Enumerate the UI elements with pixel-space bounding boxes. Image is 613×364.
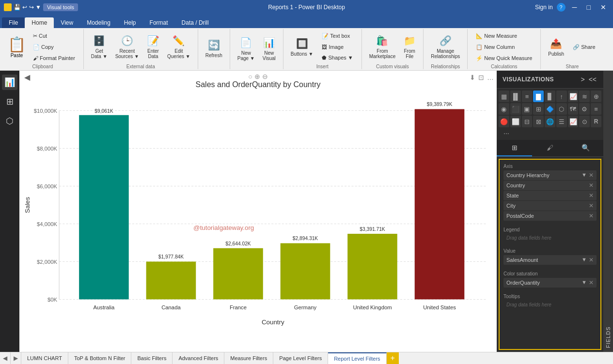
- model-nav-icon[interactable]: ⬡: [2, 113, 17, 129]
- vis-map[interactable]: 🗺: [568, 103, 579, 115]
- chart-fullscreen-icon[interactable]: ⊡: [478, 74, 484, 81]
- vis-r[interactable]: R: [591, 116, 601, 127]
- tab-report-level-filters[interactable]: Report Level Filters: [328, 352, 386, 364]
- shapes-btn[interactable]: ⬟ Shapes ▼: [317, 53, 357, 63]
- country-hierarchy-dropdown[interactable]: ▼: [582, 172, 587, 179]
- vis-pie[interactable]: ⊞: [533, 103, 544, 115]
- manage-relationships-btn[interactable]: 🔗 ManageRelationships: [427, 30, 463, 64]
- country-remove[interactable]: ✕: [589, 182, 594, 189]
- vis-matrix[interactable]: ☰: [556, 116, 567, 127]
- chart-zoom-in[interactable]: ⊕: [254, 73, 260, 80]
- from-file-btn[interactable]: 📁 FromFile: [400, 30, 419, 64]
- tab-prev-btn[interactable]: ◀: [0, 352, 11, 364]
- tab-format[interactable]: Format: [143, 17, 175, 28]
- maximize-btn[interactable]: □: [584, 2, 594, 12]
- vis-filled-map[interactable]: ⚙: [579, 103, 590, 115]
- signin-link[interactable]: Sign in: [535, 4, 553, 11]
- vis-funnel[interactable]: ≡: [591, 103, 601, 115]
- report-nav-icon[interactable]: 📊: [2, 75, 17, 90]
- vis-slicer[interactable]: ⊠: [533, 116, 544, 127]
- state-remove[interactable]: ✕: [589, 192, 594, 199]
- tab-next-btn[interactable]: ▶: [11, 352, 21, 364]
- vis-area-chart[interactable]: ≋: [579, 91, 590, 102]
- cut-btn[interactable]: ✂ Cut: [29, 31, 79, 41]
- tab-measure-filters[interactable]: Measure Filters: [224, 352, 273, 364]
- sales-amount-dropdown[interactable]: ▼: [582, 257, 587, 263]
- data-nav-icon[interactable]: ⊞: [2, 94, 17, 109]
- share-btn[interactable]: 🔗 Share: [568, 42, 599, 52]
- bar-canada[interactable]: [146, 261, 196, 299]
- country-hierarchy-remove[interactable]: ✕: [589, 172, 594, 179]
- add-tab-btn[interactable]: +: [387, 352, 399, 364]
- order-quantity-remove[interactable]: ✕: [589, 279, 594, 286]
- bar-us[interactable]: [415, 109, 465, 299]
- vis-line-col[interactable]: ⊕: [591, 91, 601, 102]
- bar-france[interactable]: [213, 248, 263, 300]
- tab-basic-filters[interactable]: Basic Filters: [131, 352, 173, 364]
- visual-tools-tab[interactable]: Visual tools: [43, 3, 78, 11]
- format-tab[interactable]: 🖌: [532, 140, 567, 156]
- chart-expand-icon[interactable]: ⬇: [470, 74, 475, 81]
- chart-back-btn[interactable]: ◀: [24, 73, 30, 82]
- panel-collapse-btn[interactable]: <<: [588, 75, 597, 84]
- tab-page-level-filters[interactable]: Page Level Filters: [273, 352, 328, 364]
- image-btn[interactable]: 🖼 Image: [317, 42, 357, 52]
- tab-top-bottom[interactable]: ToP & Bottom N Filter: [68, 352, 132, 364]
- tab-data-drill[interactable]: Data / Drill: [175, 17, 216, 28]
- vis-100-bar[interactable]: ≡: [522, 91, 533, 102]
- from-marketplace-btn[interactable]: 🛍️ FromMarketplace: [366, 30, 399, 64]
- tab-help[interactable]: Help: [117, 17, 143, 28]
- order-quantity-dropdown[interactable]: ▼: [582, 279, 587, 286]
- fields-side-label[interactable]: FIELDS: [603, 71, 613, 352]
- minimize-btn[interactable]: ─: [569, 2, 580, 12]
- city-remove[interactable]: ✕: [589, 202, 594, 209]
- vis-py[interactable]: ⊙: [579, 116, 590, 127]
- chart-nav-back[interactable]: ⊖: [262, 73, 268, 80]
- vis-stacked-col[interactable]: ▊: [545, 91, 555, 102]
- fields-tab[interactable]: ⊞: [497, 140, 532, 156]
- panel-expand-btn[interactable]: >: [580, 75, 585, 84]
- new-visual-btn[interactable]: 📊 NewVisual: [259, 32, 279, 66]
- vis-treemap[interactable]: ⬡: [556, 103, 567, 115]
- postalcode-remove[interactable]: ✕: [589, 212, 594, 219]
- buttons-btn[interactable]: 🔲 Buttons ▼: [287, 30, 317, 64]
- tab-modeling[interactable]: Modeling: [80, 17, 117, 28]
- enter-data-btn[interactable]: 📝 EnterData: [143, 30, 163, 64]
- new-quick-measure-btn[interactable]: ⚡ New Quick Measure: [472, 53, 536, 63]
- recent-sources-btn[interactable]: 🕒 RecentSources ▼: [112, 30, 142, 64]
- new-column-btn[interactable]: 📋 New Column: [472, 42, 536, 52]
- get-data-btn[interactable]: 🗄️ GetData ▼: [88, 30, 111, 64]
- vis-bar-chart[interactable]: ▐▌: [510, 91, 521, 102]
- close-btn[interactable]: ✕: [597, 2, 609, 12]
- vis-100-col[interactable]: ↑: [556, 91, 567, 102]
- format-painter-btn[interactable]: 🖌 Format Painter: [29, 53, 79, 63]
- tab-file[interactable]: File: [2, 17, 25, 28]
- tab-view[interactable]: View: [54, 17, 80, 28]
- vis-gauge[interactable]: 🔴: [499, 116, 509, 127]
- vis-table[interactable]: 🌐: [545, 116, 555, 127]
- edit-queries-btn[interactable]: ✏️ EditQueries ▼: [164, 30, 194, 64]
- text-box-btn[interactable]: 📝 Text box: [317, 31, 357, 41]
- vis-donut[interactable]: 🔷: [545, 103, 555, 115]
- vis-column-chart[interactable]: ▇: [533, 91, 544, 102]
- vis-scatter[interactable]: ▣: [522, 103, 533, 115]
- tab-home[interactable]: Home: [25, 17, 54, 28]
- refresh-btn[interactable]: 🔄 Refresh: [202, 32, 226, 66]
- analytics-tab[interactable]: 🔍: [568, 140, 603, 156]
- bar-germany[interactable]: [281, 243, 330, 299]
- chart-zoom-out[interactable]: ○: [248, 73, 252, 80]
- vis-more-btn[interactable]: ···: [501, 128, 512, 138]
- vis-stacked-bar[interactable]: ▦: [499, 91, 509, 102]
- vis-line-chart[interactable]: 📈: [568, 91, 579, 102]
- vis-card[interactable]: ⬜: [510, 116, 521, 127]
- help-icon[interactable]: ?: [557, 3, 566, 12]
- vis-qna[interactable]: 📈: [568, 116, 579, 127]
- tab-advanced-filters[interactable]: Advanced Filters: [173, 352, 224, 364]
- new-page-btn[interactable]: 📄 NewPage ▼: [234, 32, 258, 66]
- tab-lumn-chart[interactable]: LUMN CHART: [21, 352, 68, 364]
- sales-amount-remove[interactable]: ✕: [589, 257, 594, 263]
- chart-more-icon[interactable]: …: [487, 74, 494, 81]
- vis-waterfall[interactable]: ⬛: [510, 103, 521, 115]
- bar-uk[interactable]: [347, 234, 397, 299]
- bar-australia[interactable]: [79, 115, 129, 300]
